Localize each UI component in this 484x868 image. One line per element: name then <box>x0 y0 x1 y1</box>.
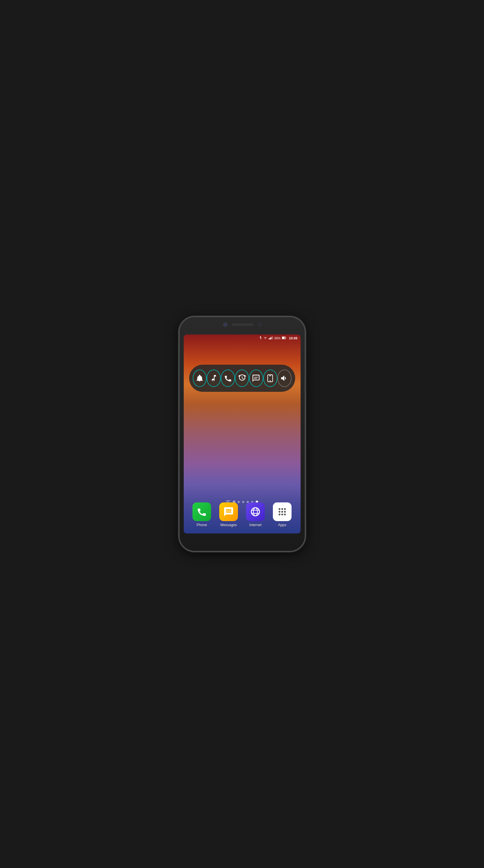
widget-messages-button[interactable] <box>249 370 263 387</box>
side-button[interactable] <box>304 377 306 393</box>
svg-point-10 <box>252 508 260 516</box>
speaker <box>232 324 253 326</box>
svg-rect-0 <box>269 338 269 339</box>
phone-device: 66% 10:06 <box>179 316 305 552</box>
widget-bar <box>189 365 295 392</box>
svg-point-9 <box>270 381 270 381</box>
svg-point-15 <box>279 511 281 513</box>
svg-point-14 <box>284 508 286 510</box>
dock-phone-app[interactable]: Phone <box>192 502 211 527</box>
svg-rect-6 <box>286 338 286 338</box>
svg-point-17 <box>284 511 286 513</box>
internet-app-icon[interactable] <box>246 502 265 521</box>
svg-point-20 <box>284 514 286 516</box>
sensor <box>258 323 261 326</box>
svg-point-19 <box>281 514 283 516</box>
widget-alarm-button[interactable] <box>235 370 249 387</box>
top-notch <box>223 322 261 327</box>
messages-app-label: Messages <box>221 523 237 527</box>
apps-app-label: Apps <box>278 523 286 527</box>
phone-app-label: Phone <box>197 523 207 527</box>
svg-rect-4 <box>272 336 273 339</box>
svg-point-16 <box>281 511 283 513</box>
battery-icon <box>282 336 286 340</box>
signal-icon <box>269 336 273 340</box>
svg-point-18 <box>279 514 281 516</box>
svg-rect-1 <box>269 338 270 339</box>
widget-volume-button[interactable] <box>278 370 292 387</box>
widget-bell-button[interactable] <box>193 370 207 387</box>
internet-app-label: Internet <box>249 523 262 527</box>
widget-phone-button[interactable] <box>221 370 235 387</box>
wifi-icon <box>263 336 267 340</box>
widget-music-button[interactable] <box>206 370 221 387</box>
svg-point-11 <box>253 508 258 516</box>
svg-rect-7 <box>282 337 285 339</box>
status-bar: 66% 10:06 <box>184 335 300 342</box>
dock: Phone Messages <box>186 500 298 530</box>
widget-rotate-button[interactable] <box>263 370 278 387</box>
status-time: 10:06 <box>289 336 297 340</box>
messages-app-icon[interactable] <box>219 502 238 521</box>
bluetooth-icon <box>259 336 262 340</box>
dock-apps-button[interactable]: Apps <box>273 502 292 527</box>
phone-app-icon[interactable] <box>192 502 211 521</box>
battery-percent: 66% <box>275 337 281 340</box>
svg-rect-2 <box>270 337 271 339</box>
apps-icon[interactable] <box>273 502 292 521</box>
front-camera <box>223 322 227 327</box>
status-icons: 66% 10:06 <box>259 336 297 340</box>
dock-internet-app[interactable]: Internet <box>246 502 265 527</box>
svg-point-12 <box>279 508 281 510</box>
svg-point-13 <box>281 508 283 510</box>
svg-rect-3 <box>271 336 272 339</box>
screen: 66% 10:06 <box>184 335 300 533</box>
dock-messages-app[interactable]: Messages <box>219 502 238 527</box>
